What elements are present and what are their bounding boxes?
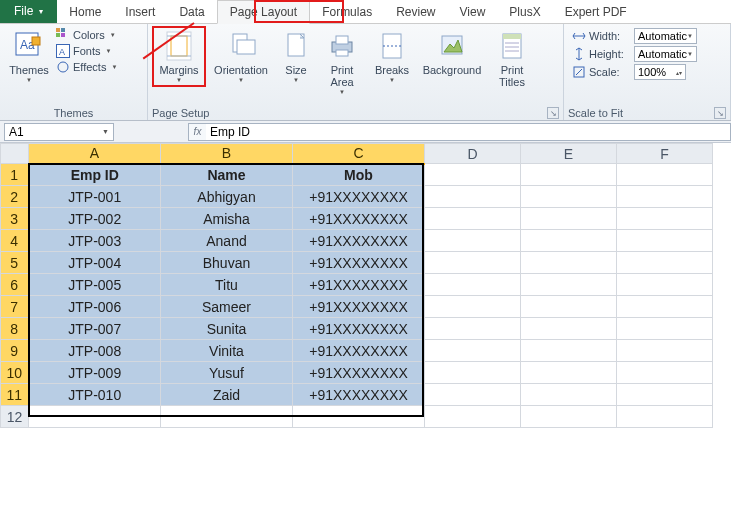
cell[interactable] <box>521 230 617 252</box>
tab-home[interactable]: Home <box>57 1 113 23</box>
cell[interactable] <box>521 318 617 340</box>
col-header-c[interactable]: C <box>293 144 425 164</box>
cell[interactable]: JTP-003 <box>29 230 161 252</box>
tab-view[interactable]: View <box>448 1 498 23</box>
tab-data[interactable]: Data <box>167 1 216 23</box>
cell[interactable]: Vinita <box>161 340 293 362</box>
print-area-button[interactable]: Print Area ▼ <box>318 26 366 97</box>
cell[interactable]: +91XXXXXXXX <box>293 340 425 362</box>
cell[interactable]: JTP-002 <box>29 208 161 230</box>
cell[interactable]: Name <box>161 164 293 186</box>
cell[interactable]: +91XXXXXXXX <box>293 318 425 340</box>
cell[interactable]: Bhuvan <box>161 252 293 274</box>
col-header-d[interactable]: D <box>425 144 521 164</box>
scale-control[interactable]: Scale: 100%▴▾ <box>572 64 697 80</box>
cell[interactable] <box>521 186 617 208</box>
cell[interactable] <box>617 208 713 230</box>
cell[interactable]: Sameer <box>161 296 293 318</box>
cell[interactable]: +91XXXXXXXX <box>293 208 425 230</box>
cell[interactable]: +91XXXXXXXX <box>293 230 425 252</box>
cell[interactable] <box>617 384 713 406</box>
row-header[interactable]: 7 <box>1 296 29 318</box>
cell[interactable] <box>425 362 521 384</box>
cell[interactable] <box>425 164 521 186</box>
width-control[interactable]: Width: Automatic▼ <box>572 28 697 44</box>
cell[interactable] <box>617 274 713 296</box>
tab-insert[interactable]: Insert <box>113 1 167 23</box>
height-control[interactable]: Height: Automatic▼ <box>572 46 697 62</box>
cell[interactable]: Sunita <box>161 318 293 340</box>
cell[interactable] <box>521 274 617 296</box>
cell[interactable]: Amisha <box>161 208 293 230</box>
file-tab[interactable]: File ▾ <box>0 0 57 23</box>
cell[interactable] <box>425 340 521 362</box>
cell[interactable]: +91XXXXXXXX <box>293 186 425 208</box>
col-header-f[interactable]: F <box>617 144 713 164</box>
cell[interactable]: Anand <box>161 230 293 252</box>
cell[interactable] <box>425 230 521 252</box>
cell[interactable] <box>425 384 521 406</box>
row-header[interactable]: 9 <box>1 340 29 362</box>
cell[interactable]: JTP-009 <box>29 362 161 384</box>
colors-button[interactable]: Colors ▼ <box>56 28 117 42</box>
cell[interactable]: JTP-005 <box>29 274 161 296</box>
cell[interactable]: JTP-008 <box>29 340 161 362</box>
spreadsheet-grid[interactable]: A B C D E F 1Emp IDNameMob2JTP-001Abhigy… <box>0 143 731 513</box>
cell[interactable] <box>161 406 293 428</box>
col-header-a[interactable]: A <box>29 144 161 164</box>
name-box[interactable]: A1 ▼ <box>4 123 114 141</box>
fonts-button[interactable]: A Fonts ▼ <box>56 44 117 58</box>
cell[interactable]: JTP-004 <box>29 252 161 274</box>
cell[interactable] <box>521 164 617 186</box>
height-value-box[interactable]: Automatic▼ <box>634 46 697 62</box>
cell[interactable] <box>617 340 713 362</box>
cell[interactable] <box>425 318 521 340</box>
select-all-corner[interactable] <box>1 144 29 164</box>
effects-button[interactable]: Effects ▼ <box>56 60 117 74</box>
cell[interactable] <box>617 318 713 340</box>
margins-button[interactable]: Margins ▼ <box>152 26 206 87</box>
cell[interactable] <box>617 230 713 252</box>
cell[interactable]: +91XXXXXXXX <box>293 362 425 384</box>
size-button[interactable]: Size ▼ <box>276 26 316 85</box>
cell[interactable]: JTP-001 <box>29 186 161 208</box>
row-header[interactable]: 3 <box>1 208 29 230</box>
cell[interactable] <box>521 406 617 428</box>
cell[interactable]: +91XXXXXXXX <box>293 274 425 296</box>
cell[interactable] <box>617 186 713 208</box>
row-header[interactable]: 12 <box>1 406 29 428</box>
cell[interactable] <box>617 164 713 186</box>
cell[interactable] <box>425 252 521 274</box>
cell[interactable] <box>617 362 713 384</box>
cell[interactable] <box>617 252 713 274</box>
cell[interactable]: Emp ID <box>29 164 161 186</box>
orientation-button[interactable]: Orientation ▼ <box>208 26 274 85</box>
row-header[interactable]: 4 <box>1 230 29 252</box>
cell[interactable] <box>521 296 617 318</box>
cell[interactable] <box>425 296 521 318</box>
col-header-b[interactable]: B <box>161 144 293 164</box>
cell[interactable] <box>617 296 713 318</box>
cell[interactable] <box>425 274 521 296</box>
tab-review[interactable]: Review <box>384 1 447 23</box>
dialog-launcher-icon[interactable]: ↘ <box>714 107 726 119</box>
cell[interactable] <box>521 384 617 406</box>
cell[interactable]: +91XXXXXXXX <box>293 252 425 274</box>
col-header-e[interactable]: E <box>521 144 617 164</box>
cell[interactable] <box>425 406 521 428</box>
cell[interactable] <box>425 186 521 208</box>
cell[interactable]: +91XXXXXXXX <box>293 296 425 318</box>
dialog-launcher-icon[interactable]: ↘ <box>547 107 559 119</box>
cell[interactable]: Abhigyan <box>161 186 293 208</box>
cell[interactable]: JTP-010 <box>29 384 161 406</box>
tab-plusx[interactable]: PlusX <box>497 1 552 23</box>
fx-button[interactable]: fx <box>188 123 206 141</box>
cell[interactable]: Mob <box>293 164 425 186</box>
row-header[interactable]: 8 <box>1 318 29 340</box>
cell[interactable] <box>293 406 425 428</box>
row-header[interactable]: 1 <box>1 164 29 186</box>
cell[interactable]: +91XXXXXXXX <box>293 384 425 406</box>
cell[interactable] <box>521 340 617 362</box>
cell[interactable]: JTP-006 <box>29 296 161 318</box>
background-button[interactable]: Background <box>418 26 486 78</box>
